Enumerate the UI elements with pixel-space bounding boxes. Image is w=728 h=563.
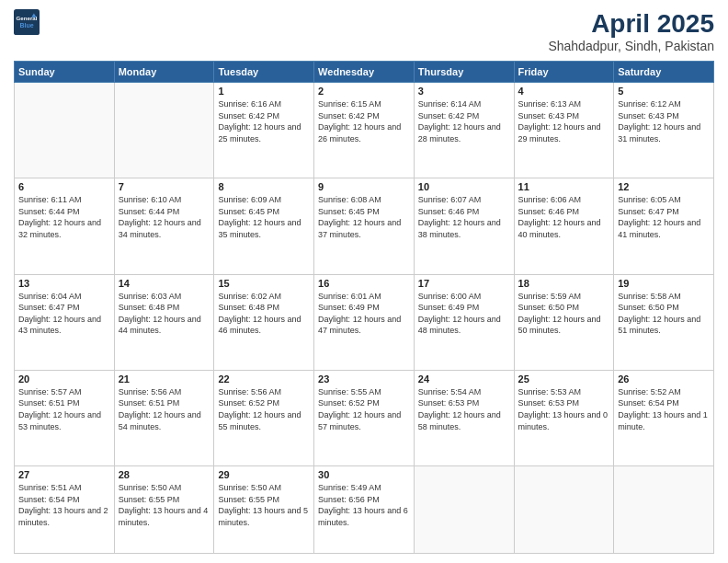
day-number: 4 [518, 86, 610, 97]
calendar-cell: 26Sunrise: 5:52 AM Sunset: 6:54 PM Dayli… [614, 370, 714, 465]
calendar-cell: 10Sunrise: 6:07 AM Sunset: 6:46 PM Dayli… [414, 178, 514, 274]
day-number: 15 [218, 278, 310, 289]
calendar-cell: 29Sunrise: 5:50 AM Sunset: 6:55 PM Dayli… [214, 466, 314, 554]
day-info: Sunrise: 5:52 AM Sunset: 6:54 PM Dayligh… [618, 386, 710, 432]
weekday-header: Tuesday [214, 62, 314, 83]
day-info: Sunrise: 6:09 AM Sunset: 6:45 PM Dayligh… [218, 194, 310, 240]
calendar-week-row: 6Sunrise: 6:11 AM Sunset: 6:44 PM Daylig… [15, 178, 714, 274]
calendar-cell: 13Sunrise: 6:04 AM Sunset: 6:47 PM Dayli… [15, 274, 115, 370]
calendar-cell: 6Sunrise: 6:11 AM Sunset: 6:44 PM Daylig… [15, 178, 115, 274]
day-number: 23 [318, 373, 410, 385]
calendar-week-row: 20Sunrise: 5:57 AM Sunset: 6:51 PM Dayli… [15, 370, 714, 465]
day-info: Sunrise: 6:03 AM Sunset: 6:48 PM Dayligh… [119, 291, 210, 337]
calendar-cell: 17Sunrise: 6:00 AM Sunset: 6:49 PM Dayli… [414, 274, 514, 370]
day-number: 22 [218, 373, 310, 385]
day-info: Sunrise: 6:13 AM Sunset: 6:43 PM Dayligh… [518, 98, 610, 144]
day-info: Sunrise: 5:57 AM Sunset: 6:51 PM Dayligh… [18, 386, 110, 432]
day-info: Sunrise: 5:49 AM Sunset: 6:56 PM Dayligh… [318, 482, 410, 528]
subtitle: Shahdadpur, Sindh, Pakistan [548, 39, 714, 53]
day-info: Sunrise: 5:59 AM Sunset: 6:50 PM Dayligh… [518, 291, 610, 337]
day-info: Sunrise: 5:51 AM Sunset: 6:54 PM Dayligh… [18, 482, 110, 528]
day-number: 20 [18, 373, 110, 385]
logo-icon: General Blue [14, 9, 40, 35]
calendar-cell: 12Sunrise: 6:05 AM Sunset: 6:47 PM Dayli… [614, 178, 714, 274]
day-number: 21 [119, 373, 210, 385]
calendar-cell: 4Sunrise: 6:13 AM Sunset: 6:43 PM Daylig… [514, 83, 614, 178]
day-info: Sunrise: 6:11 AM Sunset: 6:44 PM Dayligh… [18, 194, 110, 240]
calendar-cell [414, 466, 514, 554]
calendar-cell [614, 466, 714, 554]
day-info: Sunrise: 5:56 AM Sunset: 6:52 PM Dayligh… [218, 386, 310, 432]
day-number: 9 [318, 181, 410, 192]
day-info: Sunrise: 6:07 AM Sunset: 6:46 PM Dayligh… [418, 194, 510, 240]
day-number: 6 [18, 181, 110, 192]
weekday-header: Wednesday [314, 62, 415, 83]
day-info: Sunrise: 6:00 AM Sunset: 6:49 PM Dayligh… [418, 291, 510, 337]
logo: General Blue [14, 9, 40, 35]
calendar-cell: 20Sunrise: 5:57 AM Sunset: 6:51 PM Dayli… [15, 370, 115, 465]
calendar-cell: 1Sunrise: 6:16 AM Sunset: 6:42 PM Daylig… [214, 83, 314, 178]
day-info: Sunrise: 6:12 AM Sunset: 6:43 PM Dayligh… [618, 98, 710, 144]
calendar-cell: 30Sunrise: 5:49 AM Sunset: 6:56 PM Dayli… [314, 466, 415, 554]
calendar-cell: 22Sunrise: 5:56 AM Sunset: 6:52 PM Dayli… [214, 370, 314, 465]
day-info: Sunrise: 5:50 AM Sunset: 6:55 PM Dayligh… [119, 482, 210, 528]
calendar-cell: 5Sunrise: 6:12 AM Sunset: 6:43 PM Daylig… [614, 83, 714, 178]
day-number: 16 [318, 278, 410, 289]
calendar-cell: 7Sunrise: 6:10 AM Sunset: 6:44 PM Daylig… [114, 178, 214, 274]
day-number: 7 [119, 181, 210, 192]
calendar-cell: 15Sunrise: 6:02 AM Sunset: 6:48 PM Dayli… [214, 274, 314, 370]
day-number: 12 [618, 181, 710, 192]
weekday-header: Friday [514, 62, 614, 83]
day-number: 18 [518, 278, 610, 289]
day-info: Sunrise: 6:04 AM Sunset: 6:47 PM Dayligh… [18, 291, 110, 337]
day-info: Sunrise: 6:08 AM Sunset: 6:45 PM Dayligh… [318, 194, 410, 240]
day-info: Sunrise: 6:02 AM Sunset: 6:48 PM Dayligh… [218, 291, 310, 337]
day-info: Sunrise: 5:55 AM Sunset: 6:52 PM Dayligh… [318, 386, 410, 432]
calendar-week-row: 13Sunrise: 6:04 AM Sunset: 6:47 PM Dayli… [15, 274, 714, 370]
day-info: Sunrise: 6:14 AM Sunset: 6:42 PM Dayligh… [418, 98, 510, 144]
calendar-week-row: 27Sunrise: 5:51 AM Sunset: 6:54 PM Dayli… [15, 466, 714, 554]
day-number: 26 [618, 373, 710, 385]
calendar-cell [114, 83, 214, 178]
day-number: 30 [318, 469, 410, 480]
calendar-cell: 23Sunrise: 5:55 AM Sunset: 6:52 PM Dayli… [314, 370, 415, 465]
weekday-header: Saturday [614, 62, 714, 83]
page: General Blue April 2025 Shahdadpur, Sind… [0, 0, 728, 563]
day-info: Sunrise: 6:16 AM Sunset: 6:42 PM Dayligh… [218, 98, 310, 144]
calendar-cell: 2Sunrise: 6:15 AM Sunset: 6:42 PM Daylig… [314, 83, 415, 178]
day-info: Sunrise: 5:56 AM Sunset: 6:51 PM Dayligh… [119, 386, 210, 432]
calendar-cell: 19Sunrise: 5:58 AM Sunset: 6:50 PM Dayli… [614, 274, 714, 370]
day-info: Sunrise: 5:53 AM Sunset: 6:53 PM Dayligh… [518, 386, 610, 432]
day-number: 1 [218, 86, 310, 97]
day-number: 8 [218, 181, 310, 192]
day-number: 27 [18, 469, 110, 480]
weekday-header: Sunday [15, 62, 115, 83]
svg-text:Blue: Blue [19, 22, 33, 29]
day-info: Sunrise: 6:15 AM Sunset: 6:42 PM Dayligh… [318, 98, 410, 144]
day-info: Sunrise: 5:54 AM Sunset: 6:53 PM Dayligh… [418, 386, 510, 432]
calendar-cell: 3Sunrise: 6:14 AM Sunset: 6:42 PM Daylig… [414, 83, 514, 178]
calendar-cell: 14Sunrise: 6:03 AM Sunset: 6:48 PM Dayli… [114, 274, 214, 370]
calendar-cell: 8Sunrise: 6:09 AM Sunset: 6:45 PM Daylig… [214, 178, 314, 274]
day-number: 24 [418, 373, 510, 385]
day-number: 5 [618, 86, 710, 97]
weekday-header: Thursday [414, 62, 514, 83]
day-info: Sunrise: 5:50 AM Sunset: 6:55 PM Dayligh… [218, 482, 310, 528]
calendar-table: SundayMondayTuesdayWednesdayThursdayFrid… [14, 61, 714, 554]
calendar-header-row: SundayMondayTuesdayWednesdayThursdayFrid… [15, 62, 714, 83]
day-info: Sunrise: 6:06 AM Sunset: 6:46 PM Dayligh… [518, 194, 610, 240]
day-info: Sunrise: 6:05 AM Sunset: 6:47 PM Dayligh… [618, 194, 710, 240]
day-info: Sunrise: 6:01 AM Sunset: 6:49 PM Dayligh… [318, 291, 410, 337]
calendar-week-row: 1Sunrise: 6:16 AM Sunset: 6:42 PM Daylig… [15, 83, 714, 178]
calendar-cell: 16Sunrise: 6:01 AM Sunset: 6:49 PM Dayli… [314, 274, 415, 370]
calendar-cell: 24Sunrise: 5:54 AM Sunset: 6:53 PM Dayli… [414, 370, 514, 465]
day-number: 2 [318, 86, 410, 97]
day-info: Sunrise: 5:58 AM Sunset: 6:50 PM Dayligh… [618, 291, 710, 337]
calendar-cell: 18Sunrise: 5:59 AM Sunset: 6:50 PM Dayli… [514, 274, 614, 370]
calendar-cell: 11Sunrise: 6:06 AM Sunset: 6:46 PM Dayli… [514, 178, 614, 274]
day-number: 14 [119, 278, 210, 289]
day-number: 25 [518, 373, 610, 385]
calendar-cell: 27Sunrise: 5:51 AM Sunset: 6:54 PM Dayli… [15, 466, 115, 554]
calendar-cell: 9Sunrise: 6:08 AM Sunset: 6:45 PM Daylig… [314, 178, 415, 274]
day-number: 10 [418, 181, 510, 192]
